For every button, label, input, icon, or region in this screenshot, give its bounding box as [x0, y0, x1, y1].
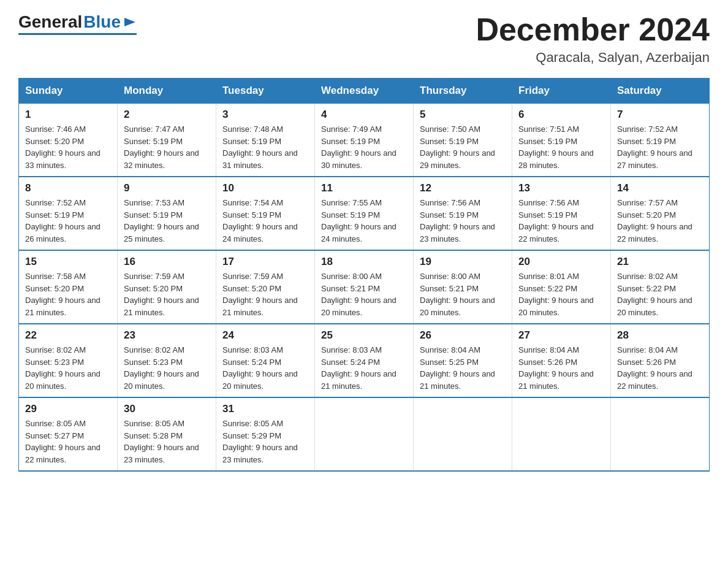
- calendar-week-row: 29 Sunrise: 8:05 AMSunset: 5:27 PMDaylig…: [19, 397, 710, 471]
- day-number: 22: [25, 329, 111, 342]
- day-number: 30: [124, 403, 210, 415]
- day-info: Sunrise: 7:55 AMSunset: 5:19 PMDaylight:…: [321, 197, 407, 245]
- day-info: Sunrise: 8:00 AMSunset: 5:21 PMDaylight:…: [420, 270, 506, 318]
- day-number: 3: [222, 109, 308, 121]
- day-number: 18: [321, 256, 407, 268]
- col-saturday: Saturday: [611, 79, 710, 104]
- calendar-cell: 22 Sunrise: 8:02 AMSunset: 5:23 PMDaylig…: [19, 324, 118, 397]
- day-number: 28: [617, 329, 703, 342]
- day-number: 16: [124, 256, 210, 268]
- page-header: GeneralBlue December 2024 Qaracala, Saly…: [18, 12, 710, 66]
- location-subtitle: Qaracala, Salyan, Azerbaijan: [476, 50, 710, 66]
- logo-general-text: General: [18, 12, 82, 32]
- day-number: 12: [420, 182, 506, 194]
- col-thursday: Thursday: [414, 79, 512, 104]
- calendar-cell: [414, 397, 512, 471]
- day-info: Sunrise: 7:56 AMSunset: 5:19 PMDaylight:…: [420, 197, 506, 245]
- calendar-cell: 24 Sunrise: 8:03 AMSunset: 5:24 PMDaylig…: [216, 324, 315, 397]
- calendar-cell: 23 Sunrise: 8:02 AMSunset: 5:23 PMDaylig…: [118, 324, 216, 397]
- day-info: Sunrise: 7:59 AMSunset: 5:20 PMDaylight:…: [124, 270, 210, 318]
- day-number: 8: [25, 182, 111, 194]
- calendar-cell: 4 Sunrise: 7:49 AMSunset: 5:19 PMDayligh…: [315, 104, 414, 177]
- day-info: Sunrise: 8:04 AMSunset: 5:26 PMDaylight:…: [617, 344, 703, 392]
- day-info: Sunrise: 8:04 AMSunset: 5:26 PMDaylight:…: [518, 344, 604, 392]
- day-number: 21: [617, 256, 703, 268]
- logo-underline: [18, 33, 137, 35]
- logo-blue-text: Blue: [83, 12, 121, 32]
- day-number: 20: [518, 256, 604, 268]
- day-number: 19: [420, 256, 506, 268]
- day-info: Sunrise: 8:01 AMSunset: 5:22 PMDaylight:…: [518, 270, 604, 318]
- day-info: Sunrise: 7:57 AMSunset: 5:20 PMDaylight:…: [617, 197, 703, 245]
- calendar-cell: 18 Sunrise: 8:00 AMSunset: 5:21 PMDaylig…: [315, 250, 414, 324]
- calendar-cell: 25 Sunrise: 8:03 AMSunset: 5:24 PMDaylig…: [315, 324, 414, 397]
- day-number: 13: [518, 182, 604, 194]
- calendar-cell: 31 Sunrise: 8:05 AMSunset: 5:29 PMDaylig…: [216, 397, 315, 471]
- day-number: 11: [321, 182, 407, 194]
- calendar-cell: 10 Sunrise: 7:54 AMSunset: 5:19 PMDaylig…: [216, 177, 315, 250]
- day-number: 9: [124, 182, 210, 194]
- day-info: Sunrise: 7:50 AMSunset: 5:19 PMDaylight:…: [420, 123, 506, 171]
- day-number: 25: [321, 329, 407, 342]
- day-number: 27: [518, 329, 604, 342]
- day-info: Sunrise: 8:04 AMSunset: 5:25 PMDaylight:…: [420, 344, 506, 392]
- day-info: Sunrise: 8:03 AMSunset: 5:24 PMDaylight:…: [321, 344, 407, 392]
- day-info: Sunrise: 7:51 AMSunset: 5:19 PMDaylight:…: [518, 123, 604, 171]
- day-info: Sunrise: 8:05 AMSunset: 5:28 PMDaylight:…: [124, 418, 210, 465]
- calendar-cell: 19 Sunrise: 8:00 AMSunset: 5:21 PMDaylig…: [414, 250, 512, 324]
- day-info: Sunrise: 7:47 AMSunset: 5:19 PMDaylight:…: [124, 123, 210, 171]
- day-info: Sunrise: 8:02 AMSunset: 5:23 PMDaylight:…: [124, 344, 210, 392]
- calendar-table: Sunday Monday Tuesday Wednesday Thursday…: [18, 78, 710, 472]
- day-number: 2: [124, 109, 210, 121]
- calendar-cell: 26 Sunrise: 8:04 AMSunset: 5:25 PMDaylig…: [414, 324, 512, 397]
- day-info: Sunrise: 7:53 AMSunset: 5:19 PMDaylight:…: [124, 197, 210, 245]
- day-number: 4: [321, 109, 407, 121]
- calendar-cell: [512, 397, 611, 471]
- day-info: Sunrise: 8:05 AMSunset: 5:27 PMDaylight:…: [25, 418, 111, 465]
- calendar-cell: 3 Sunrise: 7:48 AMSunset: 5:19 PMDayligh…: [216, 104, 315, 177]
- calendar-cell: 27 Sunrise: 8:04 AMSunset: 5:26 PMDaylig…: [512, 324, 611, 397]
- title-area: December 2024 Qaracala, Salyan, Azerbaij…: [476, 12, 710, 66]
- calendar-cell: 12 Sunrise: 7:56 AMSunset: 5:19 PMDaylig…: [414, 177, 512, 250]
- logo-arrow-icon: [123, 15, 137, 29]
- day-info: Sunrise: 7:49 AMSunset: 5:19 PMDaylight:…: [321, 123, 407, 171]
- logo: GeneralBlue: [18, 12, 137, 35]
- calendar-cell: 20 Sunrise: 8:01 AMSunset: 5:22 PMDaylig…: [512, 250, 611, 324]
- day-info: Sunrise: 8:05 AMSunset: 5:29 PMDaylight:…: [222, 418, 308, 465]
- calendar-week-row: 1 Sunrise: 7:46 AMSunset: 5:20 PMDayligh…: [19, 104, 710, 177]
- day-number: 7: [617, 109, 703, 121]
- day-number: 1: [25, 109, 111, 121]
- calendar-week-row: 22 Sunrise: 8:02 AMSunset: 5:23 PMDaylig…: [19, 324, 710, 397]
- calendar-body: 1 Sunrise: 7:46 AMSunset: 5:20 PMDayligh…: [19, 104, 710, 472]
- day-number: 10: [222, 182, 308, 194]
- calendar-cell: 21 Sunrise: 8:02 AMSunset: 5:22 PMDaylig…: [611, 250, 710, 324]
- calendar-cell: 2 Sunrise: 7:47 AMSunset: 5:19 PMDayligh…: [118, 104, 216, 177]
- day-number: 6: [518, 109, 604, 121]
- calendar-cell: [315, 397, 414, 471]
- day-number: 24: [222, 329, 308, 342]
- calendar-cell: 29 Sunrise: 8:05 AMSunset: 5:27 PMDaylig…: [19, 397, 118, 471]
- day-info: Sunrise: 7:48 AMSunset: 5:19 PMDaylight:…: [222, 123, 308, 171]
- header-row: Sunday Monday Tuesday Wednesday Thursday…: [19, 79, 710, 104]
- day-number: 23: [124, 329, 210, 342]
- day-info: Sunrise: 7:56 AMSunset: 5:19 PMDaylight:…: [518, 197, 604, 245]
- calendar-cell: 16 Sunrise: 7:59 AMSunset: 5:20 PMDaylig…: [118, 250, 216, 324]
- calendar-week-row: 15 Sunrise: 7:58 AMSunset: 5:20 PMDaylig…: [19, 250, 710, 324]
- month-title: December 2024: [476, 12, 710, 47]
- day-info: Sunrise: 8:02 AMSunset: 5:22 PMDaylight:…: [617, 270, 703, 318]
- col-wednesday: Wednesday: [315, 79, 414, 104]
- col-sunday: Sunday: [19, 79, 118, 104]
- day-number: 26: [420, 329, 506, 342]
- calendar-cell: 17 Sunrise: 7:59 AMSunset: 5:20 PMDaylig…: [216, 250, 315, 324]
- day-info: Sunrise: 7:46 AMSunset: 5:20 PMDaylight:…: [25, 123, 111, 171]
- calendar-cell: 13 Sunrise: 7:56 AMSunset: 5:19 PMDaylig…: [512, 177, 611, 250]
- calendar-cell: 8 Sunrise: 7:52 AMSunset: 5:19 PMDayligh…: [19, 177, 118, 250]
- col-friday: Friday: [512, 79, 611, 104]
- day-info: Sunrise: 7:52 AMSunset: 5:19 PMDaylight:…: [617, 123, 703, 171]
- calendar-cell: 9 Sunrise: 7:53 AMSunset: 5:19 PMDayligh…: [118, 177, 216, 250]
- calendar-cell: 11 Sunrise: 7:55 AMSunset: 5:19 PMDaylig…: [315, 177, 414, 250]
- calendar-cell: 7 Sunrise: 7:52 AMSunset: 5:19 PMDayligh…: [611, 104, 710, 177]
- calendar-cell: 28 Sunrise: 8:04 AMSunset: 5:26 PMDaylig…: [611, 324, 710, 397]
- day-number: 5: [420, 109, 506, 121]
- day-number: 17: [222, 256, 308, 268]
